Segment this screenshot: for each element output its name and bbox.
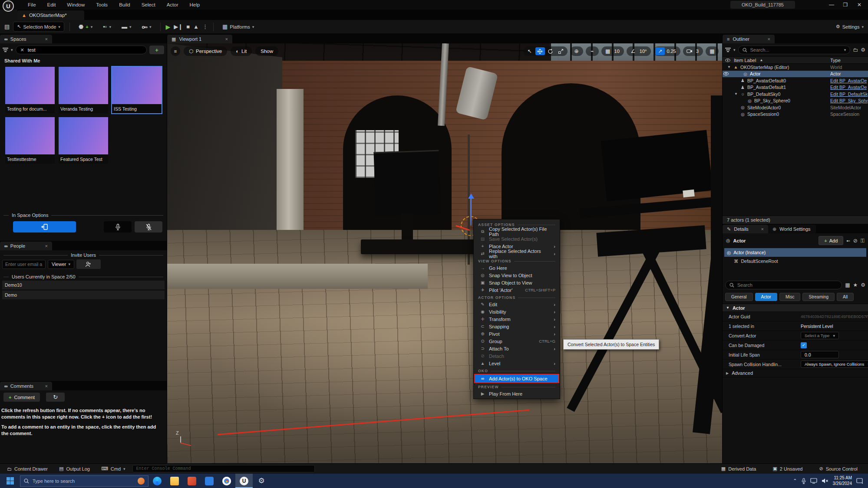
tab-details[interactable]: ✎ Details ×	[723, 225, 768, 233]
taskbar-photos-icon[interactable]	[183, 474, 201, 488]
start-button[interactable]	[0, 474, 20, 488]
close-icon[interactable]: ×	[45, 383, 48, 389]
menu-item-go-here[interactable]: →Go Here	[474, 264, 560, 272]
mic-muted-button[interactable]	[135, 221, 162, 233]
perspective-dropdown[interactable]: ⬡ Perspective	[184, 46, 227, 56]
filter-general[interactable]: General	[725, 293, 753, 301]
column-item-label[interactable]: Item Label	[734, 58, 756, 63]
menu-select[interactable]: Select	[136, 1, 161, 9]
close-icon[interactable]: ×	[45, 36, 48, 42]
menu-item-level[interactable]: ▲Level›	[474, 360, 560, 367]
gear-icon[interactable]: ⚙	[861, 47, 865, 53]
settings-dropdown[interactable]: ⚙ Settings ▾	[836, 24, 864, 29]
surface-snap-toggle[interactable]: ⌁	[587, 47, 597, 55]
tab-outliner[interactable]: ≡ Outliner ×	[723, 35, 775, 43]
filter-actor[interactable]: Actor	[755, 293, 777, 301]
add-comment-button[interactable]: + Comment	[3, 393, 40, 402]
taskbar-clock[interactable]: 11:25 AM 3/26/2024	[833, 475, 852, 486]
play-options-icon[interactable]: ⋮	[202, 23, 208, 30]
taskbar-unreal-icon[interactable]: U	[235, 474, 253, 488]
tab-viewport-1[interactable]: ▦ Viewport 1 ×	[167, 35, 232, 43]
leave-space-button[interactable]	[13, 221, 76, 233]
close-icon[interactable]: ×	[45, 243, 48, 249]
tray-volume-muted-icon[interactable]	[822, 478, 828, 484]
taskbar-store-icon[interactable]	[201, 474, 218, 488]
role-dropdown[interactable]: Viewer ▾	[48, 260, 74, 269]
space-card[interactable]: Veranda Testing	[59, 67, 108, 113]
outliner-row-skysphere[interactable]: ◎ BP_Sky_Sphere0 Edit BP_Sky_Sphe	[723, 98, 868, 105]
menu-tools[interactable]: Tools	[91, 1, 113, 9]
space-card[interactable]: Testtesttestme	[5, 117, 55, 164]
new-folder-icon[interactable]: 🗀	[853, 47, 858, 53]
outliner-row-actor-selected[interactable]: ◎ Actor Actor	[723, 71, 868, 78]
tab-okostartermap[interactable]: ▲ OKOStarterMap*	[17, 10, 84, 20]
filter-misc[interactable]: Misc	[779, 293, 801, 301]
play-button[interactable]: ▶	[166, 23, 171, 30]
add-component-button[interactable]: + Add	[818, 236, 843, 245]
menu-item-snapping[interactable]: ⊂Snapping›	[474, 323, 560, 330]
outliner-row-world[interactable]: ▼▲ OKOStarterMap (Editor) World	[723, 64, 868, 71]
menu-item-group[interactable]: ⊙GroupCTRL+G	[474, 337, 560, 345]
space-card-selected[interactable]: ISS Testing	[112, 67, 162, 113]
close-icon[interactable]: ×	[761, 226, 764, 232]
can-be-damaged-checkbox[interactable]: ✓	[801, 342, 807, 348]
tab-spaces[interactable]: ∞ Spaces ×	[0, 35, 52, 43]
initial-life-span-input[interactable]: 0.0	[801, 351, 839, 358]
tab-comments[interactable]: ∞ Comments ×	[0, 382, 52, 390]
menu-item-snap-view-to-object[interactable]: ◎Snap View to Object	[474, 272, 560, 279]
menu-item-play-from-here[interactable]: ▶Play From Here	[474, 390, 560, 397]
rotate-tool[interactable]	[546, 47, 555, 55]
world-local-toggle[interactable]: ⊕	[572, 47, 581, 55]
source-control-button[interactable]: ⊘ Source Control	[815, 465, 862, 473]
outliner-row-spacesession[interactable]: ◎ SpaceSession0 SpaceSession	[723, 111, 868, 118]
rotation-snap-value[interactable]: 10°	[639, 49, 650, 54]
filter-icon[interactable]	[3, 47, 8, 53]
add-user-button[interactable]	[76, 259, 101, 269]
chevron-down-icon[interactable]: ▾	[11, 48, 13, 52]
gear-icon[interactable]: ⚙	[861, 282, 865, 288]
taskbar-file-explorer-icon[interactable]	[166, 474, 183, 488]
clear-search-icon[interactable]: ✕	[20, 47, 24, 53]
filter-all[interactable]: All	[837, 293, 854, 301]
menu-edit[interactable]: Edit	[42, 1, 61, 9]
close-icon[interactable]: ×	[225, 36, 228, 42]
show-dropdown[interactable]: Show	[255, 46, 278, 56]
outliner-row-defaultsky[interactable]: ▼☼ BP_DefaultSky0 Edit BP_DefaultSk	[723, 91, 868, 98]
mic-on-button[interactable]	[104, 221, 132, 233]
selection-mode-dropdown[interactable]: ↖ Selection Mode ▾	[13, 22, 64, 32]
taskbar-search-input[interactable]: Type here to search	[20, 475, 149, 487]
maximize-viewport-toggle[interactable]: ▦	[707, 47, 717, 55]
notification-center-icon[interactable]	[856, 478, 864, 484]
rotation-snap-toggle[interactable]: ∠	[628, 47, 638, 55]
tray-expand-icon[interactable]: ⌃	[793, 478, 797, 484]
convert-actor-dropdown[interactable]: Select a Type ▾	[801, 332, 839, 339]
display-options-icon[interactable]: ▦	[845, 282, 850, 288]
unsaved-button[interactable]: ▣ 2 Unsaved	[768, 465, 807, 473]
eye-column-icon[interactable]	[725, 59, 730, 62]
menu-item-pivot[interactable]: ⊕Pivot›	[474, 330, 560, 337]
column-type[interactable]: Type	[830, 58, 841, 63]
details-advanced-section[interactable]: ▶ Advanced	[723, 369, 868, 377]
user-row[interactable]: Demo10	[2, 281, 165, 289]
outliner-row-avatar1[interactable]: ♟ BP_AvatarDefault1 Edit BP_AvatarDe	[723, 84, 868, 91]
menu-item-snap-object-to-view[interactable]: ▣Snap Object to View	[474, 279, 560, 286]
details-section-actor[interactable]: ▼ Actor	[723, 304, 868, 312]
platforms-dropdown[interactable]: ▦ Platforms ▾	[219, 22, 257, 32]
user-row[interactable]: Demo	[2, 291, 165, 299]
play-from-here-button[interactable]: ▶❙	[174, 23, 183, 30]
console-command-input[interactable]: Enter Console Command	[132, 465, 315, 472]
chevron-down-icon[interactable]: ▾	[844, 48, 846, 52]
oko-dropdown[interactable]: o∞▾	[138, 23, 155, 31]
close-icon[interactable]: ×	[768, 36, 770, 42]
default-scene-root-row[interactable]: ⌘ DefaultSceneRoot	[723, 257, 868, 265]
filter-icon[interactable]	[725, 47, 731, 53]
menu-item-replace-actors[interactable]: ⇄Replace Selected Actors with›	[474, 250, 560, 257]
tab-people[interactable]: ∞ People ×	[0, 242, 52, 250]
outliner-search-input[interactable]: Search... ▾	[738, 46, 851, 54]
blueprint-icon[interactable]: ▪▫	[846, 238, 850, 244]
scale-snap-toggle[interactable]: ↗	[655, 47, 665, 55]
cinematics-dropdown[interactable]: ▬▾	[118, 22, 135, 32]
scale-snap-value[interactable]: 0.25	[666, 49, 678, 54]
gizmo-z-axis[interactable]	[470, 198, 472, 226]
grid-snap-value[interactable]: 10	[614, 49, 622, 54]
